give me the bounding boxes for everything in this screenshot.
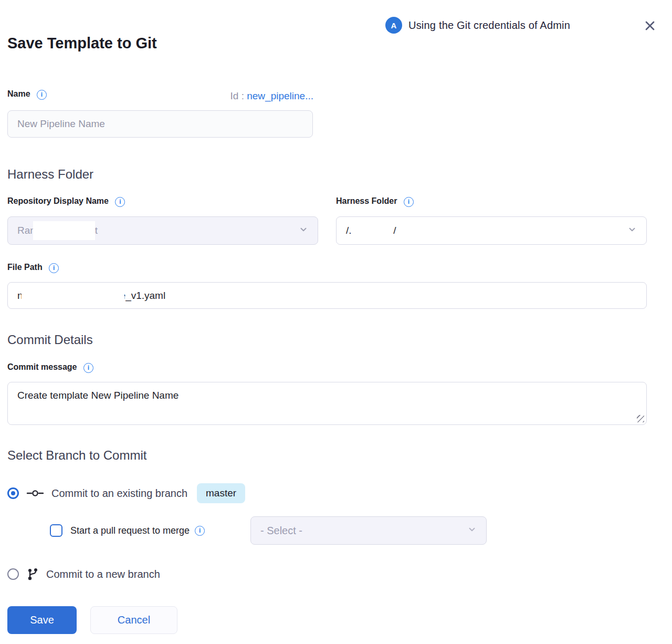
folder-label-row: Harness Folder i [336, 196, 414, 207]
id-prefix-label: Id : [230, 90, 247, 101]
folder-info-icon[interactable]: i [404, 197, 414, 207]
redaction-block [351, 221, 393, 240]
pull-request-target-select[interactable]: - Select - [250, 516, 487, 545]
template-id-row: Id : new_pipeline... [158, 90, 313, 102]
new-branch-label[interactable]: Commit to a new branch [46, 568, 160, 580]
existing-branch-row: Commit to an existing branch master [7, 482, 245, 505]
commit-message-textarea[interactable]: Create template New Pipeline Name [7, 382, 647, 425]
repository-select[interactable]: Rant [7, 216, 318, 245]
commit-message-wrap: Create template New Pipeline Name [7, 382, 647, 425]
file-path-label: File Path [7, 263, 43, 272]
name-label-row: Name i [7, 89, 47, 100]
pr-select-placeholder: - Select - [260, 525, 302, 537]
name-input[interactable] [7, 110, 313, 138]
file-path-label-row: File Path i [7, 263, 59, 273]
save-template-to-git-dialog: A Using the Git credentials of Admin Sav… [0, 0, 672, 644]
pull-request-checkbox[interactable] [50, 524, 62, 537]
id-link[interactable]: new_pipeline... [247, 90, 313, 101]
repository-info-icon[interactable]: i [115, 197, 125, 207]
harness-folder-select[interactable]: /.h/ [336, 216, 647, 245]
git-credentials-bar: A Using the Git credentials of Admin [385, 17, 570, 34]
chevron-down-icon [627, 225, 637, 237]
close-icon[interactable] [643, 18, 657, 33]
chevron-down-icon [299, 225, 308, 237]
name-info-icon[interactable]: i [37, 90, 47, 100]
page-title: Save Template to Git [7, 35, 157, 52]
pull-request-row: Start a pull request to merge i [50, 516, 205, 545]
chevron-down-icon [467, 525, 477, 537]
repository-label-row: Repository Display Name i [7, 196, 125, 207]
pull-request-label[interactable]: Start a pull request to merge [70, 525, 190, 536]
commit-message-label-row: Commit message i [7, 362, 93, 373]
file-path-input[interactable]: ne_v1.yaml [7, 282, 647, 309]
save-button[interactable]: Save [7, 606, 77, 634]
branch-tag[interactable]: master [197, 483, 245, 503]
file-path-value-suffix: e_v1.yaml [120, 290, 166, 302]
name-label: Name [7, 89, 30, 99]
cancel-button[interactable]: Cancel [90, 606, 177, 634]
new-branch-radio[interactable] [7, 568, 19, 580]
redaction-block [22, 286, 124, 305]
new-branch-row: Commit to a new branch [7, 566, 160, 583]
commit-message-label: Commit message [7, 362, 77, 372]
repository-label: Repository Display Name [7, 196, 109, 206]
credentials-text: Using the Git credentials of Admin [408, 19, 570, 32]
select-branch-heading: Select Branch to Commit [7, 448, 146, 463]
harness-folder-label: Harness Folder [336, 196, 397, 206]
avatar: A [385, 17, 402, 34]
harness-folder-heading: Harness Folder [7, 167, 93, 182]
pull-request-info-icon[interactable]: i [195, 526, 205, 536]
commit-icon [26, 489, 44, 498]
existing-branch-label[interactable]: Commit to an existing branch [51, 487, 187, 500]
existing-branch-radio[interactable] [7, 487, 19, 499]
commit-details-heading: Commit Details [7, 333, 93, 347]
folder-value-suffix: / [393, 225, 396, 236]
commit-message-info-icon[interactable]: i [83, 363, 93, 373]
repository-value-suffix: t [95, 225, 98, 236]
file-path-info-icon[interactable]: i [49, 263, 59, 273]
git-branch-icon [26, 567, 39, 581]
redaction-block [33, 221, 95, 240]
